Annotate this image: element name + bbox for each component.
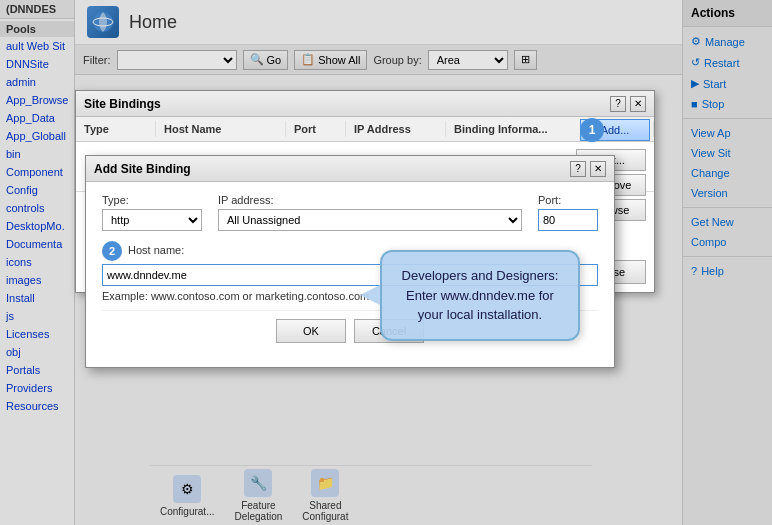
form-group-port: Port: [538, 194, 598, 231]
form-group-ip: IP address: All Unassigned [218, 194, 522, 231]
add-binding-title: Add Site Binding [94, 162, 191, 176]
ip-label: IP address: [218, 194, 522, 206]
form-row-type-ip-port: Type: http IP address: All Unassigned Po… [102, 194, 598, 231]
step1-badge: 1 [580, 118, 604, 142]
step2-badge: 2 [102, 241, 122, 261]
callout-text: Developers and Designers: Enter www.dnnd… [402, 268, 559, 322]
callout-arrow [360, 285, 380, 305]
col-port: Port [286, 121, 346, 137]
site-bindings-help-button[interactable]: ? [610, 96, 626, 112]
col-host: Host Name [156, 121, 286, 137]
add-binding-close-button[interactable]: ✕ [590, 161, 606, 177]
host-name-label: Host name: [128, 244, 184, 256]
form-group-type: Type: http [102, 194, 202, 231]
add-binding-titlebar-buttons: ? ✕ [570, 161, 606, 177]
port-input[interactable] [538, 209, 598, 231]
add-binding-help-button[interactable]: ? [570, 161, 586, 177]
callout-bubble: Developers and Designers: Enter www.dnnd… [380, 250, 580, 341]
ip-select[interactable]: All Unassigned [218, 209, 522, 231]
port-label: Port: [538, 194, 598, 206]
col-type: Type [76, 121, 156, 137]
col-ip: IP Address [346, 121, 446, 137]
type-label: Type: [102, 194, 202, 206]
site-bindings-titlebar: Site Bindings ? ✕ [76, 91, 654, 117]
ok-button[interactable]: OK [276, 319, 346, 343]
site-bindings-close-button[interactable]: ✕ [630, 96, 646, 112]
type-select[interactable]: http [102, 209, 202, 231]
titlebar-buttons: ? ✕ [610, 96, 646, 112]
site-bindings-title: Site Bindings [84, 97, 161, 111]
example-value: www.contoso.com or marketing.contoso.com [151, 290, 369, 302]
main-window: (DNNDES Pools ault Web Sit DNNSite admin… [0, 0, 772, 525]
add-binding-titlebar: Add Site Binding ? ✕ [86, 156, 614, 182]
bindings-table-header: Type Host Name Port IP Address Binding I… [76, 117, 654, 142]
